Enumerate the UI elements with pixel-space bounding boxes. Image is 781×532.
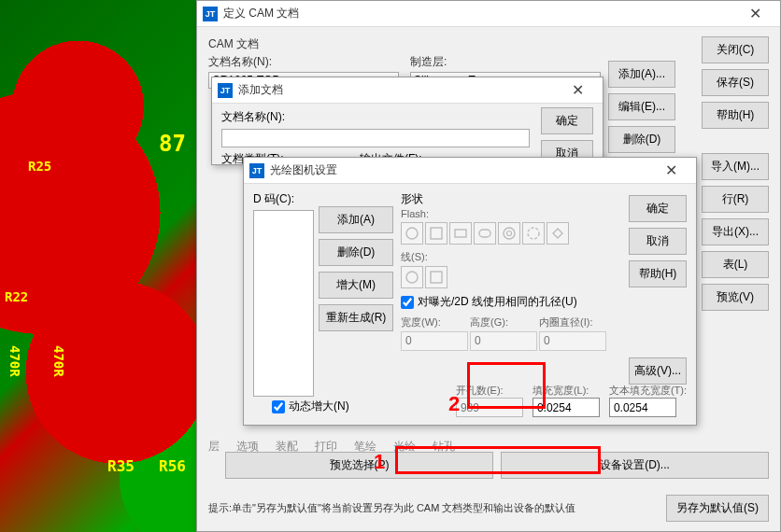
dcode-list[interactable]: [253, 210, 314, 397]
add-button[interactable]: 添加(A)...: [608, 61, 675, 88]
mfg-layer-label: 制造层:: [410, 54, 601, 70]
dialog-title: 添加文档: [238, 82, 558, 98]
list-button[interactable]: 表(L): [702, 251, 769, 278]
dialog-title: 定义 CAM 文档: [223, 6, 735, 21]
ok-button[interactable]: 确定: [629, 195, 687, 222]
callout-number-1: 1: [374, 450, 385, 474]
shape-oval-icon[interactable]: [474, 222, 496, 245]
titlebar[interactable]: JT 光绘图机设置 ✕: [244, 158, 696, 184]
advanced-button[interactable]: 高级(V)...: [629, 357, 687, 385]
svg-point-4: [504, 228, 515, 239]
help-button[interactable]: 帮助(H): [702, 102, 769, 129]
section-label: CAM 文档: [208, 36, 769, 52]
flash-label: Flash:: [401, 208, 429, 219]
shape-custom-icon[interactable]: [547, 222, 569, 245]
svg-point-7: [406, 272, 418, 283]
preview-button[interactable]: 预览(V): [702, 284, 769, 311]
save-default-button[interactable]: 另存为默认值(S): [666, 495, 769, 522]
app-icon: JT: [249, 163, 264, 178]
holes-input: [456, 398, 523, 417]
shape-circle-icon[interactable]: [401, 266, 423, 288]
svg-rect-1: [431, 228, 442, 239]
holes-label: 开孔数(E):: [456, 384, 523, 398]
photoplotter-dialog: JT 光绘图机设置 ✕ D 码(C): 添加(A) 删除(D) 增大(M) 重新…: [243, 157, 697, 426]
text-fill-width-input[interactable]: [609, 398, 676, 417]
callout-number-2: 2: [448, 392, 460, 416]
width-value: 0: [401, 331, 468, 351]
app-icon: JT: [203, 7, 218, 21]
note-text: 提示:单击"另存为默认值"将当前设置另存为此 CAM 文档类型和输出设备的默认值: [208, 501, 660, 515]
pcb-silk-text: R35: [107, 457, 135, 475]
dcode-add-button[interactable]: 添加(A): [319, 206, 393, 233]
cancel-button[interactable]: 取消: [629, 228, 687, 255]
fill-width-label: 填充宽度(L):: [532, 384, 600, 398]
fill-width-input[interactable]: [532, 398, 600, 417]
dynamic-augment-checkbox[interactable]: [272, 400, 285, 413]
text-fill-width-label: 文本填充宽度(T):: [609, 384, 687, 398]
pcb-silk-text: R56: [159, 457, 186, 475]
svg-rect-2: [455, 230, 466, 237]
add-document-dialog: JT 添加文档 ✕ 文档名称(N): 文档类型(T): 输出文件(F): 确定 …: [211, 77, 604, 165]
close-button[interactable]: 关闭(C): [702, 36, 769, 63]
help-button[interactable]: 帮助(H): [629, 260, 687, 287]
line-label: 线(S):: [401, 251, 428, 262]
dcode-label: D 码(C):: [253, 192, 294, 205]
titlebar[interactable]: JT 定义 CAM 文档 ✕: [197, 1, 780, 27]
inner-dia-label: 内圈直径(I):: [539, 316, 592, 328]
pcb-silk-text: 470R: [7, 345, 22, 377]
shape-rect-icon[interactable]: [449, 222, 472, 245]
shape-label: 形状: [401, 192, 423, 205]
svg-point-6: [528, 228, 539, 239]
doc-name-label: 文档名称(N):: [208, 54, 399, 70]
same-aperture-checkbox[interactable]: [401, 296, 414, 309]
dcode-regen-button[interactable]: 重新生成(R): [319, 304, 393, 331]
edit-button[interactable]: 编辑(E)...: [608, 93, 675, 120]
tab-layer[interactable]: 层: [208, 439, 220, 455]
shape-circle-icon[interactable]: [401, 222, 423, 245]
dynamic-augment-label: 动态增大(N): [289, 399, 349, 414]
svg-rect-8: [431, 272, 442, 283]
svg-point-5: [507, 231, 512, 236]
dcode-delete-button[interactable]: 删除(D): [319, 239, 393, 266]
flash-shapes: [401, 222, 606, 245]
width-label: 宽度(W):: [401, 316, 441, 328]
svg-point-0: [406, 228, 418, 239]
run-button[interactable]: 行(R): [702, 186, 769, 213]
pcb-silk-text: R25: [28, 159, 51, 174]
dialog-title: 光绘图机设置: [270, 162, 651, 178]
pcb-silk-text: 470R: [51, 345, 66, 377]
shape-donut-icon[interactable]: [498, 222, 520, 245]
doc-name-input[interactable]: [221, 129, 530, 147]
line-shapes: [401, 266, 606, 288]
shape-thermal-icon[interactable]: [522, 222, 545, 245]
app-icon: JT: [218, 83, 233, 98]
dcode-augment-button[interactable]: 增大(M): [319, 272, 393, 299]
height-value: 0: [470, 331, 537, 351]
export-button[interactable]: 导出(X)...: [702, 218, 769, 245]
save-button[interactable]: 保存(S): [702, 69, 769, 96]
shape-square-icon[interactable]: [425, 222, 447, 245]
pcb-silk-text: R22: [5, 289, 28, 304]
same-aperture-label: 对曝光/2D 线使用相同的孔径(U): [418, 294, 577, 310]
device-settings-button[interactable]: 设备设置(D)...: [501, 452, 769, 479]
close-icon[interactable]: ✕: [735, 1, 774, 27]
delete-button[interactable]: 删除(D): [608, 126, 675, 153]
import-button[interactable]: 导入(M)...: [702, 153, 769, 180]
inner-dia-value: 0: [539, 331, 606, 351]
close-icon[interactable]: ✕: [651, 158, 690, 184]
pcb-silk-text: 87: [159, 131, 186, 157]
titlebar[interactable]: JT 添加文档 ✕: [212, 77, 603, 104]
close-icon[interactable]: ✕: [558, 77, 597, 104]
doc-name-label: 文档名称(N):: [221, 109, 289, 125]
svg-rect-3: [479, 230, 490, 237]
preview-select-button[interactable]: 预览选择(P): [225, 452, 493, 479]
ok-button[interactable]: 确定: [541, 107, 593, 134]
height-label: 高度(G):: [470, 316, 508, 328]
shape-square-icon[interactable]: [425, 266, 447, 288]
